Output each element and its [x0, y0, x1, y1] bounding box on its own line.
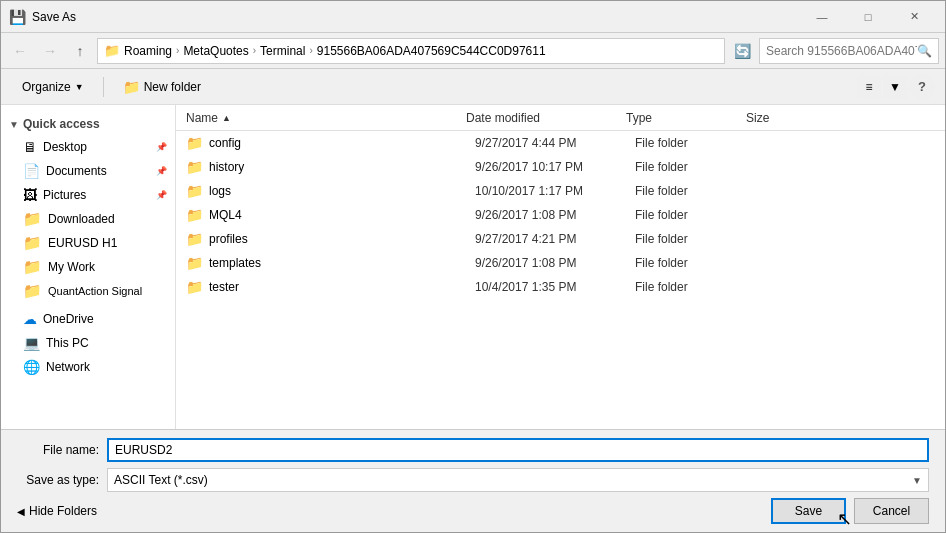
table-row[interactable]: 📁 profiles 9/27/2017 4:21 PM File folder [176, 227, 945, 251]
file-list-header: Name ▲ Date modified Type Size [176, 105, 945, 131]
file-date: 10/10/2017 1:17 PM [475, 184, 635, 198]
col-type-label: Type [626, 111, 652, 125]
titlebar-icon: 💾 [9, 9, 26, 25]
organize-button[interactable]: Organize ▼ [11, 74, 95, 100]
addressbar: ← → ↑ 📁 Roaming › MetaQuotes › Terminal … [1, 33, 945, 69]
close-button[interactable]: ✕ [891, 1, 937, 33]
sidebar-item-eurusd[interactable]: 📁 EURUSD H1 [1, 231, 175, 255]
onedrive-icon: ☁ [23, 311, 37, 327]
pin-icon: 📌 [156, 142, 167, 152]
sidebar-documents-label: Documents [46, 164, 107, 178]
sidebar-network-label: Network [46, 360, 90, 374]
sidebar-item-onedrive[interactable]: ☁ OneDrive [1, 307, 175, 331]
pin-icon: 📌 [156, 190, 167, 200]
save-button-label: Save [795, 504, 822, 518]
sidebar-section-quick-access-label: Quick access [23, 117, 100, 131]
folder-icon: 📁 [186, 159, 203, 175]
new-folder-button[interactable]: 📁 New folder [112, 74, 212, 100]
filename-input[interactable] [107, 438, 929, 462]
titlebar-controls: — □ ✕ [799, 1, 937, 33]
savetype-label: Save as type: [17, 473, 107, 487]
network-icon: 🌐 [23, 359, 40, 375]
file-type: File folder [635, 136, 755, 150]
downloaded-folder-icon: 📁 [23, 210, 42, 228]
table-row[interactable]: 📁 config 9/27/2017 4:44 PM File folder [176, 131, 945, 155]
cancel-button[interactable]: Cancel [854, 498, 929, 524]
sidebar-item-pictures[interactable]: 🖼 Pictures 📌 [1, 183, 175, 207]
sidebar-item-downloaded[interactable]: 📁 Downloaded [1, 207, 175, 231]
sidebar-section-quick-access[interactable]: ▼ Quick access [1, 113, 175, 135]
folder-icon: 📁 [186, 231, 203, 247]
file-name: logs [209, 184, 475, 198]
file-list: 📁 config 9/27/2017 4:44 PM File folder 📁… [176, 131, 945, 429]
sidebar: ▼ Quick access 🖥 Desktop 📌 📄 Documents 📌… [1, 105, 176, 429]
sidebar-downloaded-label: Downloaded [48, 212, 115, 226]
file-type: File folder [635, 184, 755, 198]
sidebar-item-desktop[interactable]: 🖥 Desktop 📌 [1, 135, 175, 159]
cancel-button-label: Cancel [873, 504, 910, 518]
sidebar-eurusd-label: EURUSD H1 [48, 236, 117, 250]
view-toggle: ≡ ▼ ? [857, 74, 935, 100]
savetype-row: Save as type: ASCII Text (*.csv) ▼ [17, 468, 929, 492]
file-date: 9/26/2017 1:08 PM [475, 208, 635, 222]
file-date: 9/26/2017 10:17 PM [475, 160, 635, 174]
col-type-header[interactable]: Type [626, 111, 746, 125]
cursor-icon: ↖ [837, 508, 852, 530]
file-name: templates [209, 256, 475, 270]
table-row[interactable]: 📁 templates 9/26/2017 1:08 PM File folde… [176, 251, 945, 275]
savetype-select[interactable]: ASCII Text (*.csv) ▼ [107, 468, 929, 492]
file-date: 9/27/2017 4:21 PM [475, 232, 635, 246]
toolbar: Organize ▼ 📁 New folder ≡ ▼ ? [1, 69, 945, 105]
search-box[interactable]: 🔍 [759, 38, 939, 64]
table-row[interactable]: 📁 tester 10/4/2017 1:35 PM File folder [176, 275, 945, 299]
hide-folders-row[interactable]: ◀ Hide Folders [17, 498, 97, 524]
table-row[interactable]: 📁 MQL4 9/26/2017 1:08 PM File folder [176, 203, 945, 227]
sidebar-item-thispc[interactable]: 💻 This PC [1, 331, 175, 355]
sidebar-item-network[interactable]: 🌐 Network [1, 355, 175, 379]
file-date: 10/4/2017 1:35 PM [475, 280, 635, 294]
path-terminal: Terminal [260, 44, 305, 58]
back-button[interactable]: ← [7, 38, 33, 64]
path-arrow-2: › [253, 45, 256, 56]
quick-access-chevron-icon: ▼ [9, 119, 19, 130]
sidebar-item-quantaction[interactable]: 📁 QuantAction Signal [1, 279, 175, 303]
sidebar-item-documents[interactable]: 📄 Documents 📌 [1, 159, 175, 183]
col-size-header[interactable]: Size [746, 111, 826, 125]
organize-chevron-icon: ▼ [75, 82, 84, 92]
save-button[interactable]: Save ↖ [771, 498, 846, 524]
view-dropdown-button[interactable]: ▼ [883, 75, 907, 99]
path-arrow-3: › [309, 45, 312, 56]
col-name-label: Name [186, 111, 218, 125]
quantaction-folder-icon: 📁 [23, 282, 42, 300]
file-type: File folder [635, 256, 755, 270]
documents-icon: 📄 [23, 163, 40, 179]
sidebar-thispc-label: This PC [46, 336, 89, 350]
file-type: File folder [635, 232, 755, 246]
forward-button[interactable]: → [37, 38, 63, 64]
help-button[interactable]: ? [909, 74, 935, 100]
sidebar-item-mywork[interactable]: 📁 My Work [1, 255, 175, 279]
toolbar-separator [103, 77, 104, 97]
sidebar-desktop-label: Desktop [43, 140, 87, 154]
eurusd-folder-icon: 📁 [23, 234, 42, 252]
file-name: profiles [209, 232, 475, 246]
col-name-header[interactable]: Name ▲ [186, 111, 466, 125]
up-button[interactable]: ↑ [67, 38, 93, 64]
filename-row: File name: [17, 438, 929, 462]
file-name: history [209, 160, 475, 174]
savetype-value: ASCII Text (*.csv) [114, 473, 208, 487]
table-row[interactable]: 📁 history 9/26/2017 10:17 PM File folder [176, 155, 945, 179]
bottom-panel: File name: Save as type: ASCII Text (*.c… [1, 429, 945, 532]
sidebar-onedrive-label: OneDrive [43, 312, 94, 326]
refresh-button[interactable]: 🔄 [729, 38, 755, 64]
col-date-header[interactable]: Date modified [466, 111, 626, 125]
minimize-button[interactable]: — [799, 1, 845, 33]
desktop-icon: 🖥 [23, 139, 37, 155]
search-input[interactable] [766, 44, 917, 58]
view-details-button[interactable]: ≡ [857, 75, 881, 99]
maximize-button[interactable]: □ [845, 1, 891, 33]
table-row[interactable]: 📁 logs 10/10/2017 1:17 PM File folder [176, 179, 945, 203]
address-path[interactable]: 📁 Roaming › MetaQuotes › Terminal › 9155… [97, 38, 725, 64]
sidebar-mywork-label: My Work [48, 260, 95, 274]
file-name: config [209, 136, 475, 150]
